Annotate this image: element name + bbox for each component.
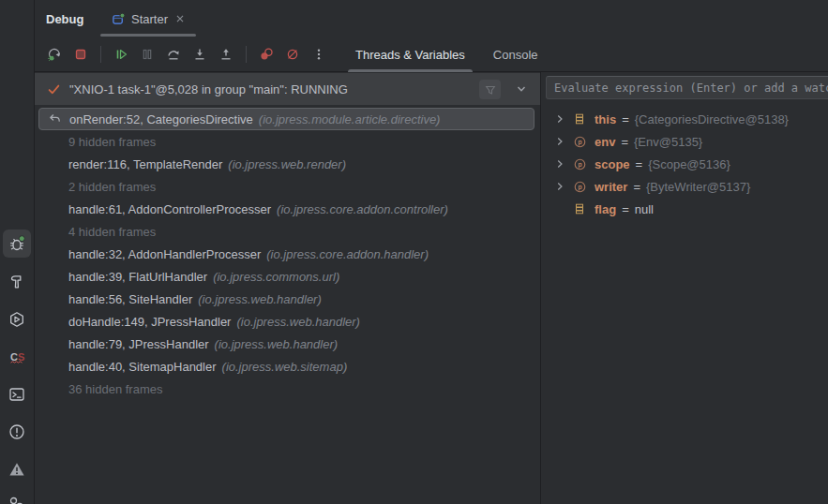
more-tools-icon bbox=[8, 496, 26, 504]
more-options-button[interactable] bbox=[309, 44, 329, 65]
stack-frame-row[interactable]: onRender:52, CategoriesDirective (io.jpr… bbox=[38, 108, 534, 130]
mute-breakpoints-button[interactable] bbox=[282, 44, 303, 65]
kebab-menu-icon bbox=[311, 47, 326, 62]
svg-text:p: p bbox=[578, 183, 582, 191]
parameter-icon: p bbox=[572, 179, 587, 194]
tab-threads-variables[interactable]: Threads & Variables bbox=[344, 38, 476, 72]
sidebar-item-more-tools[interactable] bbox=[3, 491, 31, 504]
variables-list: this = {CategoriesDirective@5138} p env … bbox=[541, 108, 828, 220]
warning-triangle-icon bbox=[8, 460, 26, 479]
resume-program-button[interactable] bbox=[111, 44, 131, 65]
pause-icon bbox=[140, 47, 155, 62]
stop-button[interactable] bbox=[70, 44, 91, 65]
execution-point-icon bbox=[48, 112, 62, 126]
parameter-icon: p bbox=[572, 134, 587, 149]
close-icon[interactable] bbox=[173, 12, 187, 25]
step-into-button[interactable] bbox=[189, 44, 210, 65]
variable-row[interactable]: p writer = {ByteWriter@5137} bbox=[541, 175, 828, 198]
cs-plugin-icon: CS bbox=[8, 348, 26, 366]
tool-window-stripe: CS bbox=[0, 0, 35, 504]
stack-frame-row[interactable]: handle:40, SitemapHandler (io.jpress.web… bbox=[35, 355, 540, 378]
svg-text:p: p bbox=[578, 138, 582, 146]
sidebar-item-services[interactable] bbox=[3, 305, 31, 334]
variable-row[interactable]: p scope = {Scope@5136} bbox=[541, 153, 828, 175]
sidebar-item-build[interactable] bbox=[3, 268, 31, 296]
tool-window-title: Debug bbox=[46, 0, 83, 37]
value-icon bbox=[572, 201, 587, 216]
thread-filter-button[interactable] bbox=[479, 80, 501, 99]
rerun-debug-icon bbox=[47, 47, 62, 62]
stop-icon bbox=[73, 47, 88, 62]
session-tab-indicator bbox=[100, 34, 196, 37]
debug-toolbar: Threads & Variables Console bbox=[35, 37, 828, 72]
rerun-debug-button[interactable] bbox=[44, 44, 65, 65]
view-breakpoints-icon bbox=[259, 47, 274, 62]
chevron-down-icon[interactable] bbox=[514, 82, 529, 96]
hidden-frames-row[interactable]: 9 hidden frames bbox=[35, 130, 540, 153]
variable-row[interactable]: this = {CategoriesDirective@5138} bbox=[541, 108, 828, 130]
step-into-icon bbox=[192, 47, 207, 62]
stack-frame-row[interactable]: handle:39, FlatUrlHandler (io.jpress.com… bbox=[35, 265, 540, 288]
mute-breakpoints-icon bbox=[285, 47, 300, 62]
thread-active-check-icon bbox=[47, 82, 61, 96]
session-tab-starter[interactable]: Starter bbox=[100, 0, 198, 37]
parameter-icon: p bbox=[572, 156, 587, 171]
value-icon bbox=[572, 111, 587, 126]
stack-frame-row[interactable]: handle:79, JPressHandler (io.jpress.web.… bbox=[35, 333, 540, 355]
session-tab-label: Starter bbox=[131, 12, 168, 26]
toolbar-separator bbox=[100, 46, 101, 63]
sidebar-item-debug[interactable] bbox=[3, 230, 31, 258]
terminal-icon bbox=[8, 385, 26, 404]
hidden-frames-row[interactable]: 4 hidden frames bbox=[35, 220, 540, 243]
sidebar-item-terminal[interactable] bbox=[3, 380, 31, 408]
variables-panel: this = {CategoriesDirective@5138} p env … bbox=[541, 72, 828, 504]
services-icon bbox=[8, 310, 26, 329]
hidden-frames-row[interactable]: 2 hidden frames bbox=[35, 175, 540, 198]
hammer-icon bbox=[8, 273, 26, 291]
sidebar-item-notifications[interactable] bbox=[3, 455, 31, 483]
step-out-button[interactable] bbox=[216, 44, 236, 65]
resume-icon bbox=[113, 47, 128, 62]
svg-text:CS: CS bbox=[10, 351, 24, 363]
thread-label: "XNIO-1 task-1"@5,028 in group "main": R… bbox=[69, 82, 348, 96]
step-over-button[interactable] bbox=[163, 44, 184, 65]
stack-frame-row[interactable]: handle:61, AddonControllerProcesser (io.… bbox=[35, 198, 540, 220]
debug-bug-icon bbox=[8, 234, 26, 253]
app-running-icon bbox=[112, 12, 126, 26]
chevron-right-icon[interactable] bbox=[552, 156, 567, 171]
stack-frame-row[interactable]: render:116, TemplateRender (io.jpress.we… bbox=[35, 153, 540, 175]
stack-frame-row[interactable]: doHandle:149, JPressHandler (io.jpress.w… bbox=[35, 310, 540, 333]
toolbar-separator bbox=[246, 46, 247, 63]
sidebar-item-problems[interactable] bbox=[3, 418, 31, 446]
hidden-frames-row[interactable]: 36 hidden frames bbox=[35, 378, 540, 400]
debug-header: Debug Starter bbox=[35, 0, 828, 37]
step-out-icon bbox=[218, 47, 233, 62]
evaluate-expression-input[interactable] bbox=[546, 76, 828, 99]
stack-frame-row[interactable]: handle:32, AddonHandlerProcesser (io.jpr… bbox=[35, 243, 540, 265]
variable-row[interactable]: flag = null bbox=[541, 198, 828, 220]
step-over-icon bbox=[166, 47, 181, 62]
problems-icon bbox=[8, 422, 26, 441]
variable-row[interactable]: p env = {Env@5135} bbox=[541, 130, 828, 153]
svg-text:p: p bbox=[578, 160, 582, 169]
chevron-right-icon[interactable] bbox=[552, 134, 567, 149]
thread-selector[interactable]: "XNIO-1 task-1"@5,028 in group "main": R… bbox=[35, 73, 540, 105]
sidebar-item-cs-plugin[interactable]: CS bbox=[3, 343, 31, 371]
frames-panel: "XNIO-1 task-1"@5,028 in group "main": R… bbox=[35, 72, 540, 504]
tab-label: Threads & Variables bbox=[355, 48, 465, 62]
chevron-right-icon[interactable] bbox=[552, 179, 567, 194]
stack-frames-list: onRender:52, CategoriesDirective (io.jpr… bbox=[35, 108, 540, 400]
chevron-right-icon[interactable] bbox=[552, 111, 567, 126]
stack-frame-row[interactable]: handle:56, SiteHandler (io.jpress.web.ha… bbox=[35, 288, 540, 310]
chevron-placeholder bbox=[552, 201, 567, 216]
tab-label: Console bbox=[493, 48, 538, 62]
filter-funnel-icon bbox=[484, 83, 497, 96]
view-breakpoints-button[interactable] bbox=[256, 44, 277, 65]
tab-console[interactable]: Console bbox=[482, 38, 549, 72]
pause-program-button[interactable] bbox=[137, 44, 158, 65]
